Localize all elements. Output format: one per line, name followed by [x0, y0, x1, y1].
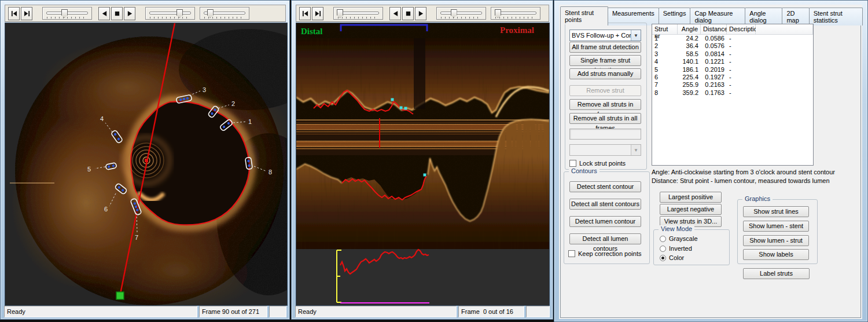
first-frame-button[interactable] — [299, 7, 311, 20]
table-row[interactable]: 236.40.0576- — [652, 42, 813, 50]
tab-angle-dialog[interactable]: Angle dialog — [745, 8, 782, 25]
play-button[interactable] — [124, 7, 135, 20]
frame-counter: Frame 0 out of 16 — [458, 306, 524, 317]
detect-all-lumen-contours-button[interactable]: Detect all lumen contours — [569, 233, 641, 244]
radio-icon — [660, 236, 666, 242]
tab-strip: Stent strut points Measurements Settings… — [560, 8, 862, 25]
pullback-position-marker[interactable] — [116, 292, 124, 299]
keep-correction-points-checkbox[interactable]: Keep correction points — [568, 250, 641, 257]
tab-cap-measure-dialog[interactable]: Cap Measure dialog — [690, 8, 745, 25]
strut-marker-8[interactable] — [245, 157, 253, 169]
distance-note: Distance: Strut point - lumen contour, m… — [652, 177, 830, 184]
zoom-slider[interactable] — [491, 7, 540, 20]
add-struts-manually-button[interactable]: Add struts manually — [569, 68, 641, 79]
last-frame-button[interactable] — [21, 7, 32, 20]
analysis-pane: Stent strut points Measurements Settings… — [559, 5, 862, 319]
tab-stent-strut-statistics[interactable]: Stent strut statistics — [809, 8, 863, 25]
label-struts-button[interactable]: Label struts — [743, 268, 810, 279]
play-button[interactable] — [415, 7, 426, 20]
frame-counter: Frame 90 out of 271 — [199, 306, 267, 317]
strut-label-4: 4 — [100, 115, 104, 122]
radio-inverted[interactable]: Inverted — [660, 245, 692, 252]
frame-slider[interactable] — [333, 7, 383, 20]
radio-color[interactable]: Color — [660, 254, 684, 261]
largest-negative-distance-button[interactable]: Largest negative distance — [660, 204, 722, 215]
table-row[interactable]: 8359.20.1763- — [652, 89, 813, 97]
single-frame-strut-detection-button[interactable]: Single frame strut detection — [569, 55, 641, 66]
frame-slider[interactable] — [42, 7, 92, 20]
strut-label-8: 8 — [269, 169, 272, 175]
guidewire-shadow — [414, 38, 425, 109]
strut-table[interactable]: Strut nr Angle Distance Description 124.… — [652, 24, 814, 166]
strut-label-5: 5 — [87, 166, 91, 173]
table-row[interactable]: 358.50.0814- — [652, 50, 813, 58]
strut-label-6: 6 — [104, 206, 108, 213]
last-frame-icon — [315, 10, 321, 17]
left-toolbar — [5, 5, 286, 22]
strut-label-1: 1 — [248, 118, 252, 125]
stop-button[interactable] — [111, 7, 123, 20]
left-status-bar: Ready Frame 90 out of 271 — [4, 306, 286, 317]
table-row[interactable]: 5186.10.2019- — [652, 66, 813, 74]
checkbox-icon — [569, 160, 576, 167]
distal-label: Distal — [301, 27, 323, 36]
chevron-down-icon: ▼ — [631, 30, 641, 41]
longitudinal-view-window: Distal Proximal Ready Frame 0 out of 16 — [291, 0, 553, 320]
detect-lumen-contour-button[interactable]: Detect lumen contour — [569, 216, 641, 227]
checkbox-icon — [568, 250, 575, 257]
table-row[interactable]: 7255.90.2163- — [652, 81, 813, 89]
strut-label-7: 7 — [135, 234, 138, 241]
strut-preset-dropdown[interactable]: BVS Follow-up + Correction ▼ — [569, 30, 641, 41]
transversal-view-window: 1 2 3 4 5 6 7 8 Ready Frame 90 out of 27… — [0, 0, 290, 320]
last-frame-icon — [24, 10, 30, 17]
table-row[interactable]: 4140.10.1221- — [652, 58, 813, 65]
speed-slider[interactable] — [145, 7, 195, 20]
first-frame-icon — [11, 10, 17, 17]
remove-all-struts-in-all-frames-button[interactable]: Remove all struts in all frames — [569, 113, 641, 124]
strut-label-2: 2 — [231, 100, 235, 107]
table-row[interactable]: 6225.40.1927- — [652, 74, 813, 81]
strut-select-dropdown: ▼ — [569, 144, 641, 156]
largest-positive-distance-button[interactable]: Largest positive distance — [660, 192, 722, 203]
show-lumen-strut-button[interactable]: Show lumen - strut — [743, 235, 809, 246]
strut-label-3: 3 — [203, 86, 206, 93]
stop-button[interactable] — [402, 7, 414, 20]
show-lumen-stent-button[interactable]: Show lumen - stent — [743, 221, 809, 232]
speed-slider[interactable] — [436, 7, 486, 20]
strut-info-field — [569, 129, 641, 140]
tab-settings[interactable]: Settings — [659, 8, 691, 25]
strut-table-header[interactable]: Strut nr Angle Distance Description — [652, 24, 813, 35]
play-reverse-button[interactable] — [389, 7, 401, 20]
play-icon — [127, 10, 133, 17]
last-frame-button[interactable] — [312, 7, 323, 20]
detect-stent-contour-button[interactable]: Detect stent contour — [569, 181, 641, 192]
table-row[interactable]: 124.20.0586- — [652, 35, 813, 42]
radio-grayscale[interactable]: Grayscale — [660, 235, 698, 242]
play-reverse-icon — [392, 10, 399, 17]
angle-note: Angle: Anti-clockwise starting from 3 o'… — [652, 169, 835, 175]
tab-stent-strut-points[interactable]: Stent strut points — [560, 6, 608, 24]
play-icon — [418, 10, 424, 17]
tab-2d-map[interactable]: 2D map — [782, 8, 809, 25]
longitudinal-oct-image[interactable]: Distal Proximal — [296, 23, 550, 306]
proximal-label: Proximal — [500, 25, 534, 35]
middle-toolbar — [296, 5, 549, 22]
remove-all-struts-in-frame-button[interactable]: Remove all struts in frame — [569, 99, 641, 110]
status-text: Ready — [295, 306, 457, 317]
remove-strut-button: Remove strut — [569, 85, 641, 96]
chevron-down-icon: ▼ — [631, 145, 641, 155]
catheter-center-marker — [145, 159, 148, 162]
radio-icon — [660, 255, 666, 261]
show-strut-lines-button[interactable]: Show strut lines — [743, 206, 809, 217]
play-reverse-button[interactable] — [98, 7, 110, 20]
play-reverse-icon — [101, 10, 108, 17]
show-labels-button[interactable]: Show labels — [743, 249, 809, 260]
all-frame-strut-detection-button[interactable]: All frame strut detection — [569, 42, 641, 53]
lock-strut-points-checkbox[interactable]: Lock strut points — [569, 160, 626, 167]
transversal-oct-image[interactable]: 1 2 3 4 5 6 7 8 — [5, 23, 288, 306]
first-frame-button[interactable] — [8, 7, 20, 20]
stop-icon — [114, 10, 120, 17]
first-frame-icon — [302, 10, 308, 17]
detect-all-stent-contours-button[interactable]: Detect all stent contours — [569, 199, 641, 210]
zoom-slider[interactable] — [200, 7, 249, 20]
